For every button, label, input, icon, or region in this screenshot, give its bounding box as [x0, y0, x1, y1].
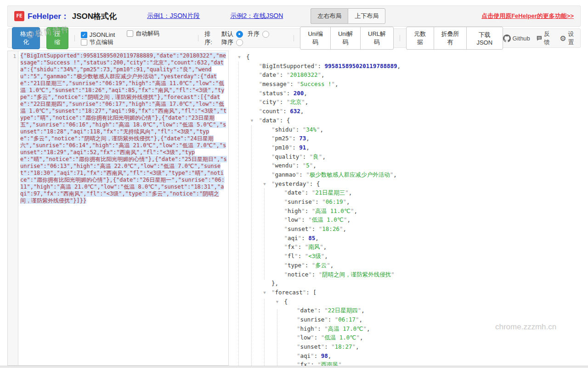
layout-top-bottom-button[interactable]: 上下布局: [348, 8, 385, 24]
jsonlint-checkbox-label: JSONLint: [90, 31, 115, 38]
quote: ": [276, 71, 280, 78]
quote: ": [284, 253, 288, 259]
quote: ": [297, 316, 300, 323]
json-string-value: 低温 1.0℃: [312, 216, 344, 223]
tree-line: "type": "多云",: [232, 261, 582, 270]
format-button[interactable]: 格式化: [12, 27, 40, 49]
tree-line: "sunset": "18:26",: [232, 224, 582, 234]
comma: ,: [328, 352, 332, 359]
uni-encode-button[interactable]: Uni编码: [300, 27, 331, 50]
json-key: message: [262, 80, 287, 87]
comma: ,: [335, 80, 339, 87]
json-number-value: 73: [299, 135, 306, 142]
example2-online-json-link[interactable]: 示例2：在线JSON: [230, 12, 283, 20]
node-edit-checkbox[interactable]: 节点编辑: [81, 38, 113, 46]
json-key: date: [300, 307, 314, 314]
metadata-button[interactable]: 元数据: [406, 27, 434, 50]
settings-link[interactable]: ⚙ 设置: [560, 30, 576, 46]
quote: ": [284, 225, 288, 232]
layout-toggle-group: 左右布局 上下布局: [311, 8, 385, 24]
collapse-arrow-icon[interactable]: ▼: [237, 53, 242, 62]
colon: :: [292, 144, 299, 151]
json-string-value: 06:19: [326, 198, 343, 205]
tree-line: ▼"yesterday": {: [232, 179, 582, 189]
comma: ,: [397, 63, 401, 69]
colon: :: [305, 207, 312, 214]
colon: :: [301, 216, 308, 223]
sort-desc-radio[interactable]: 降序: [221, 38, 243, 46]
layout-left-right-button[interactable]: 左右布局: [311, 8, 348, 24]
fehelper-logo-icon: FE: [14, 11, 24, 21]
json-key: high: [288, 207, 301, 214]
download-json-button[interactable]: 下载JSON: [466, 27, 503, 50]
json-string-value: 22日星期四: [328, 307, 358, 314]
quote: ": [259, 90, 263, 97]
quote: ": [301, 98, 305, 105]
comma: ,: [305, 98, 309, 105]
json-string-value: 18:27: [335, 343, 352, 350]
json-key: ganmao: [275, 171, 296, 178]
url-decode-button[interactable]: URL解码: [360, 27, 393, 50]
feedback-link[interactable]: 反馈: [537, 30, 553, 46]
settings-label: 设置: [568, 30, 576, 46]
sort-asc-radio-dot[interactable]: [262, 31, 269, 38]
quote: ": [311, 352, 314, 359]
source-textarea[interactable]: {"BigIntSupported":995815895020119788889…: [18, 51, 228, 365]
quote: ": [331, 343, 335, 350]
quote: ": [301, 207, 305, 214]
sort-default-radio-label: 默认: [221, 30, 233, 38]
tree-line: ▼"data": {: [232, 116, 582, 125]
sort-radio-group: 默认升序降序: [217, 30, 288, 46]
comma: ,: [356, 343, 359, 350]
collapse-arrow-icon[interactable]: ▼: [249, 116, 255, 126]
json-key: yesterday: [275, 180, 306, 187]
tree-line: "low": "低温 1.0℃",: [232, 215, 582, 224]
json-string-value: 06:17: [338, 316, 356, 323]
sort-asc-radio[interactable]: 升序: [248, 30, 269, 38]
quote: ": [332, 80, 335, 87]
json-tree-viewer: ▼{"BigIntSupported": 9958158950201197888…: [232, 51, 582, 366]
tree-line: "city": "北京",: [232, 98, 582, 107]
sort-default-radio-dot[interactable]: [236, 31, 243, 38]
jsonlint-checkbox[interactable]: ✓JSONLint: [81, 31, 115, 38]
example1-json-snippet-link[interactable]: 示例1：JSON片段: [147, 12, 200, 20]
quote: ": [391, 271, 395, 278]
sort-label: 排序:: [204, 30, 217, 46]
json-key: date: [262, 71, 276, 78]
node-edit-checkbox-box[interactable]: [81, 39, 87, 46]
comma: ,: [361, 307, 365, 314]
quote: ": [308, 271, 312, 278]
compress-button[interactable]: 压缩: [46, 27, 68, 49]
toolbar: 格式化 压缩 ✓JSONLint自动解码节点编辑 排序: 默认升序降序 Uni编…: [7, 29, 581, 48]
tree-line: "sunrise": "06:19",: [232, 197, 582, 207]
sort-default-radio[interactable]: 默认: [221, 30, 243, 38]
horizontal-scrollbar[interactable]: [0, 366, 588, 368]
collapse-arrow-icon[interactable]: ▼: [275, 298, 280, 307]
colon: :: [280, 117, 287, 124]
quote: ": [271, 180, 275, 187]
github-link[interactable]: Github: [503, 34, 530, 42]
quote: ": [283, 90, 287, 97]
uni-decode-button[interactable]: Uni解码: [330, 27, 361, 50]
tree-line: "count": 632,: [232, 107, 582, 116]
auto-decode-checkbox-box[interactable]: [127, 30, 133, 37]
json-punctuation: {: [287, 117, 290, 124]
feedback-icon: [537, 35, 542, 42]
brand: FE FeHelper： JSON格式化: [14, 11, 117, 22]
quote: ": [324, 316, 328, 323]
auto-decode-checkbox[interactable]: 自动解码: [127, 29, 159, 38]
more-features-link[interactable]: 点击使用原FeHelper的更多功能>>: [481, 12, 574, 20]
collapse-arrow-icon[interactable]: ▼: [262, 288, 267, 298]
collapse-arrow-icon[interactable]: ▼: [262, 180, 267, 189]
collapse-all-button[interactable]: 折叠所有: [434, 27, 467, 50]
github-label: Github: [513, 35, 530, 42]
quote: ": [307, 361, 311, 366]
comma: ,: [313, 162, 317, 169]
json-number-value: 85: [308, 235, 315, 242]
json-key: high: [300, 325, 314, 332]
tree-line: "pm10": 91,: [232, 143, 582, 152]
quote: ": [271, 171, 275, 178]
jsonlint-checkbox-box[interactable]: ✓: [81, 32, 87, 38]
sort-desc-radio-dot[interactable]: [236, 39, 243, 46]
json-string-value: 低温 1.0℃: [324, 334, 356, 341]
